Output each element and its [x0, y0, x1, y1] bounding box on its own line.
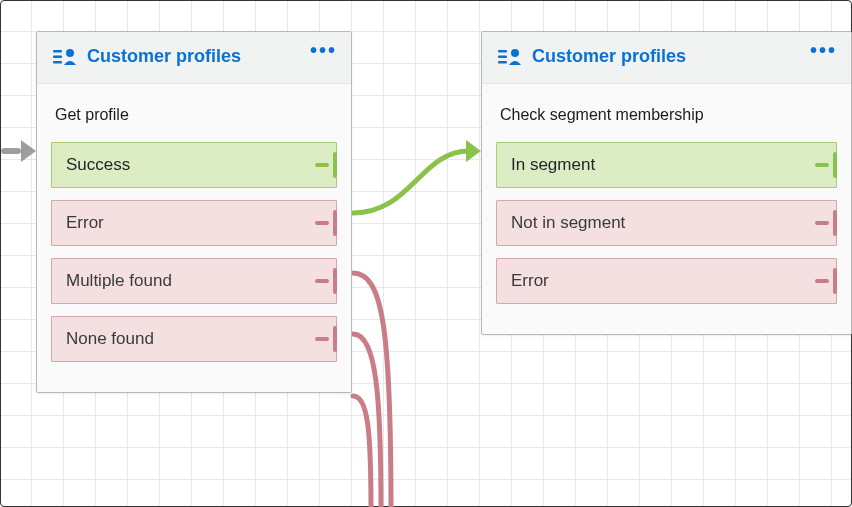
more-menu-icon[interactable]: •••	[310, 40, 337, 60]
outcome-label: In segment	[511, 155, 595, 174]
svg-rect-6	[498, 61, 507, 64]
customer-profiles-icon	[53, 47, 77, 67]
outcome-success[interactable]: Success	[51, 142, 337, 188]
output-port-icon	[321, 210, 337, 236]
outcome-label: Error	[66, 213, 104, 232]
more-menu-icon[interactable]: •••	[810, 40, 837, 60]
outcome-error[interactable]: Error	[51, 200, 337, 246]
outcome-in-segment[interactable]: In segment	[496, 142, 837, 188]
svg-rect-1	[53, 55, 62, 58]
outcome-label: Success	[66, 155, 130, 174]
node-title: Customer profiles	[532, 46, 686, 67]
svg-rect-5	[498, 55, 507, 58]
outcome-multiple-found[interactable]: Multiple found	[51, 258, 337, 304]
node-body: Check segment membership In segment Not …	[482, 84, 851, 334]
output-port-icon	[821, 268, 837, 294]
svg-point-3	[66, 49, 74, 57]
node-title: Customer profiles	[87, 46, 241, 67]
svg-rect-4	[498, 50, 507, 53]
flow-canvas[interactable]: Customer profiles ••• Get profile Succes…	[0, 0, 852, 507]
output-port-icon	[821, 210, 837, 236]
flow-node-get-profile[interactable]: Customer profiles ••• Get profile Succes…	[36, 31, 352, 393]
output-port-icon	[321, 268, 337, 294]
outcome-label: Error	[511, 271, 549, 290]
outcome-error[interactable]: Error	[496, 258, 837, 304]
outcome-none-found[interactable]: None found	[51, 316, 337, 362]
output-port-icon	[821, 152, 837, 178]
svg-rect-0	[53, 50, 62, 53]
node-header[interactable]: Customer profiles •••	[482, 32, 851, 84]
node-subtitle: Get profile	[55, 106, 333, 124]
flow-node-check-segment[interactable]: Customer profiles ••• Check segment memb…	[481, 31, 852, 335]
outcome-label: Multiple found	[66, 271, 172, 290]
output-port-icon	[321, 152, 337, 178]
svg-point-7	[511, 49, 519, 57]
node-header[interactable]: Customer profiles •••	[37, 32, 351, 84]
outcome-label: Not in segment	[511, 213, 625, 232]
outcome-not-in-segment[interactable]: Not in segment	[496, 200, 837, 246]
node-subtitle: Check segment membership	[500, 106, 833, 124]
outcome-label: None found	[66, 329, 154, 348]
svg-rect-2	[53, 61, 62, 64]
customer-profiles-icon	[498, 47, 522, 67]
output-port-icon	[321, 326, 337, 352]
node-body: Get profile Success Error Multiple found…	[37, 84, 351, 392]
